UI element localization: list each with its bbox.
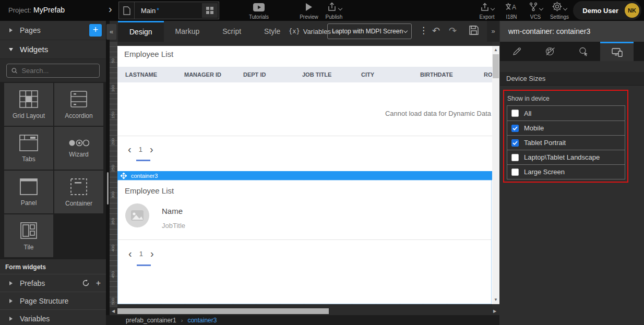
device-row-laptop-tablet-landscape[interactable]: Laptop\Tablet Landscape — [507, 150, 625, 164]
tab-design[interactable]: Design — [118, 21, 164, 42]
project-selector[interactable]: Project:MyPrefab — [8, 6, 65, 14]
settings-label: Settings — [550, 14, 569, 20]
breadcrumb-parent[interactable]: prefab_container1 — [126, 317, 176, 324]
tab-device-sizes[interactable] — [600, 42, 634, 61]
device-row-tablet-portrait[interactable]: Tablet Portrait — [507, 135, 625, 150]
checkbox-unchecked[interactable] — [511, 110, 519, 117]
move-icon — [121, 173, 127, 179]
widget-label: Grid Layout — [13, 112, 45, 119]
selection-tag-label: container3 — [131, 173, 158, 179]
device-row-all[interactable]: All — [507, 106, 625, 121]
list-pagination: ‹ 1 › — [128, 248, 154, 259]
widget-panel[interactable]: Panel — [4, 171, 53, 213]
wizard-icon — [68, 139, 89, 147]
redo-icon[interactable]: ↷ — [449, 25, 457, 37]
canvas-vertical-scrollbar[interactable]: ▲ ▼ — [492, 46, 499, 304]
prev-page-icon[interactable]: ‹ — [128, 144, 132, 154]
container-icon — [69, 177, 88, 196]
widget-tile[interactable]: Tile — [4, 214, 53, 257]
checkbox-unchecked[interactable] — [511, 154, 519, 161]
settings-button[interactable]: Settings — [545, 2, 574, 20]
page-structure-label: Page Structure — [20, 297, 68, 305]
publish-label: Publish — [326, 14, 343, 20]
undo-icon[interactable]: ↶ — [432, 25, 440, 37]
device-row-large-screen[interactable]: Large Screen — [507, 164, 625, 179]
image-placeholder-icon — [125, 203, 149, 227]
variables-label: Variables — [303, 28, 331, 35]
add-prefab-icon[interactable]: + — [96, 279, 101, 287]
ruler-mark: 250 — [111, 165, 115, 172]
selected-container[interactable]: Employee List Name JobTitle ‹ 1 › — [117, 180, 492, 304]
search-input[interactable] — [21, 67, 94, 75]
widget-label: Panel — [21, 199, 37, 207]
scroll-down-icon[interactable]: ▼ — [492, 296, 499, 304]
design-canvas[interactable]: Employee List LASTNAMEMANAGER IDDEPT IDJ… — [117, 46, 492, 304]
checkbox-unchecked[interactable] — [511, 168, 519, 176]
publish-icon — [327, 2, 342, 11]
selection-tag-bar[interactable]: container3 — [117, 171, 492, 180]
inspector-title: wm-container: container3 — [500, 21, 644, 42]
table-pagination: ‹ 1 › — [128, 144, 153, 154]
widget-grid-layout[interactable]: Grid Layout — [4, 83, 53, 126]
tutorials-button[interactable]: Tutorials — [244, 2, 273, 20]
widget-accordion[interactable]: Accordion — [54, 83, 103, 126]
column-header[interactable]: MANAGER ID — [184, 71, 243, 78]
tab-script[interactable]: Script — [211, 21, 253, 42]
chevron-down-icon — [403, 28, 408, 32]
column-header[interactable]: ROLE — [484, 71, 492, 78]
device-preview-select[interactable]: Laptop with MDPI Screen — [327, 23, 412, 39]
breadcrumb-current[interactable]: container3 — [187, 317, 217, 324]
widget-wizard[interactable]: Wizard — [54, 127, 103, 170]
save-icon[interactable] — [469, 25, 479, 35]
palette-icon — [545, 47, 555, 56]
checkbox-checked[interactable] — [511, 139, 519, 147]
column-header[interactable]: DEPT ID — [243, 71, 302, 78]
checkbox-checked[interactable] — [511, 125, 519, 132]
search-box[interactable] — [6, 64, 100, 78]
sidebar-scrollbar[interactable] — [107, 172, 109, 204]
export-label: Export — [480, 14, 495, 20]
add-page-button[interactable]: + — [89, 24, 102, 37]
expand-panel-button[interactable]: » — [487, 21, 499, 42]
vertical-scroll-thumb[interactable] — [493, 54, 499, 78]
grid-view-icon[interactable] — [202, 3, 218, 18]
next-page-icon[interactable]: › — [150, 248, 154, 259]
collapse-sidebar-button[interactable]: « — [106, 24, 116, 40]
sidebar-section-prefabs[interactable]: Prefabs + — [0, 274, 106, 292]
page-tab-main[interactable]: Main* — [118, 2, 219, 19]
sidebar-section-page-structure[interactable]: Page Structure — [0, 292, 106, 309]
column-header[interactable]: LASTNAME — [125, 71, 184, 78]
tab-style[interactable]: Style — [253, 21, 292, 42]
table-header-row[interactable]: LASTNAMEMANAGER IDDEPT IDJOB TITLECITYBI… — [117, 67, 492, 82]
refresh-icon[interactable] — [82, 279, 90, 287]
sidebar-section-variables[interactable]: Variables — [0, 309, 106, 325]
horizontal-scroll-thumb[interactable] — [117, 308, 329, 314]
sidebar-section-pages[interactable]: Pages + — [0, 21, 106, 40]
scroll-right-icon[interactable]: ▶ — [491, 307, 498, 315]
widget-container[interactable]: Container — [54, 171, 103, 213]
device-row-mobile[interactable]: Mobile — [507, 121, 625, 135]
export-icon — [480, 2, 494, 11]
collapsed-arrow-icon — [9, 28, 13, 32]
preview-icon — [305, 2, 313, 11]
svg-text:A: A — [512, 4, 516, 11]
tab-properties[interactable] — [500, 42, 533, 61]
tab-events[interactable] — [567, 42, 600, 61]
prev-page-icon[interactable]: ‹ — [128, 248, 132, 259]
unsaved-indicator: * — [157, 7, 159, 14]
canvas-horizontal-scrollbar[interactable]: ◀ ▶ — [110, 307, 499, 315]
scroll-up-icon[interactable]: ▲ — [492, 46, 499, 54]
publish-button[interactable]: Publish — [319, 2, 349, 20]
tab-markup[interactable]: Markup — [164, 21, 211, 42]
scroll-left-icon[interactable]: ◀ — [110, 307, 117, 315]
tab-styles[interactable] — [533, 42, 567, 61]
more-options-icon[interactable]: ⋮ — [419, 25, 428, 36]
user-menu[interactable]: Demo User NK — [573, 1, 641, 20]
column-header[interactable]: CITY — [361, 71, 420, 78]
widget-tabs[interactable]: Tabs — [4, 127, 53, 170]
column-header[interactable]: BIRTHDATE — [420, 71, 484, 78]
sidebar-section-widgets[interactable]: Widgets — [0, 40, 106, 59]
column-header[interactable]: JOB TITLE — [302, 71, 361, 78]
chevron-right-icon[interactable]: › — [109, 3, 112, 15]
next-page-icon[interactable]: › — [150, 144, 153, 154]
